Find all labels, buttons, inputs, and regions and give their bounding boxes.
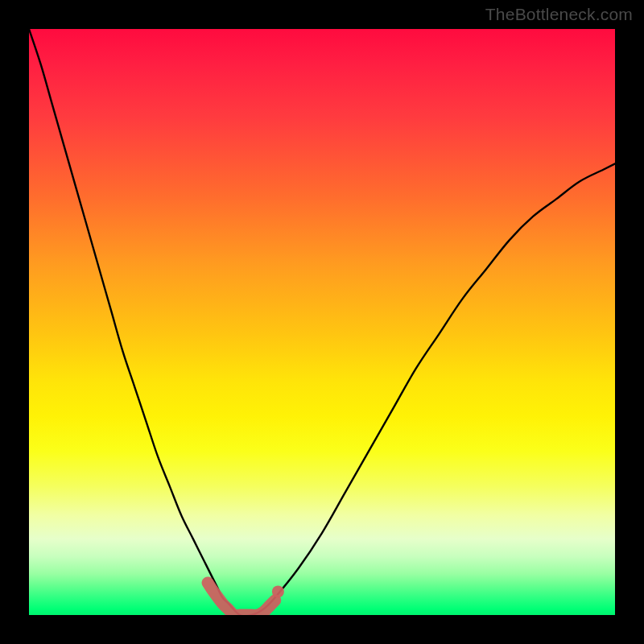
watermark-text: TheBottleneck.com	[485, 5, 633, 24]
bottleneck-curve	[29, 29, 615, 615]
plot-area	[29, 29, 615, 615]
highlight-dot	[272, 585, 284, 597]
chart-frame: TheBottleneck.com	[0, 0, 644, 644]
highlight-band	[208, 583, 275, 615]
curve-layer	[29, 29, 615, 615]
